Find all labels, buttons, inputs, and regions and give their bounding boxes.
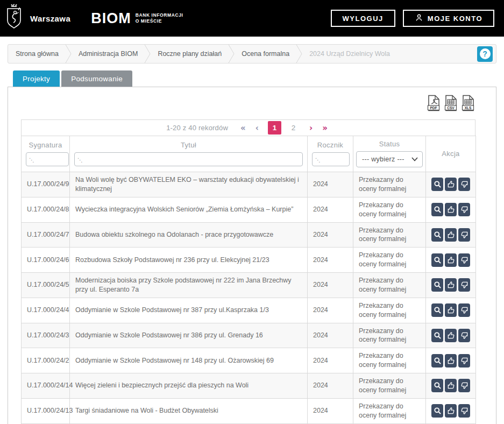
view-button[interactable] [431,228,443,242]
table-row: U.17.000/24/4 Oddymianie w Szkole Podsta… [22,298,476,323]
rocznik-cell: 2024 [308,323,353,348]
approve-button[interactable] [445,303,457,317]
reject-button[interactable] [458,203,470,216]
svg-text:XLS: XLS [465,106,472,110]
first-page-button[interactable]: « [238,123,249,133]
main-content: Projekty Podsumowanie PDF [8,70,496,424]
breadcrumb-home[interactable]: Strona główna [16,50,59,58]
status-cell: Przekazany do oceny formalnej [353,398,426,423]
last-page-button[interactable]: » [320,123,330,133]
rocznik-cell: 2024 [308,248,353,273]
svg-text:PDF: PDF [430,106,437,110]
view-button[interactable] [431,203,443,216]
projects-card: PDF CSV [8,87,496,424]
sygnatura-cell: U.17.000/24/3 [22,323,70,348]
reject-button[interactable] [458,379,470,392]
view-button[interactable] [431,303,443,317]
akcja-cell [426,248,476,273]
tytul-filter-input[interactable] [74,152,303,166]
approve-button[interactable] [445,178,457,191]
akcja-cell [426,273,476,298]
table-row: U.17.000/24/13 Targi śniadaniowe na Woli… [22,398,476,423]
table-row: U.17.000/24/2 Oddymianie w Szkole Podsta… [22,348,476,373]
thumbs-down-icon [460,256,468,264]
reject-button[interactable] [458,278,470,292]
reject-button[interactable] [458,303,470,317]
view-button[interactable] [431,379,443,392]
rocznik-cell: 2024 [308,222,353,248]
magnifier-icon [434,180,442,188]
next-page-button[interactable]: › [307,123,315,133]
rocznik-cell: 2024 [308,298,353,323]
approve-button[interactable] [445,253,457,267]
approve-button[interactable] [445,329,457,342]
breadcrumb-administracja[interactable]: Administracja BIOM [79,50,138,58]
biom-logo: BIOM BANK INFORMACJI O MIEŚCIE [91,10,183,27]
tytul-cell: Oddymianie w Szkole Podstawowej nr 386 p… [70,323,308,348]
breadcrumb-ocena-formalna[interactable]: Ocena formalna [242,50,289,58]
export-xls-button[interactable]: XLS [461,95,475,113]
thumbs-up-icon [447,256,455,264]
column-header-rocznik: Rocznik ⋱ [308,136,353,172]
view-button[interactable] [431,354,443,368]
header-actions: WYLOGUJ MOJE KONTO [331,10,494,27]
help-button[interactable]: ? [477,46,493,62]
export-csv-button[interactable]: CSV [444,95,458,113]
approve-button[interactable] [445,379,457,392]
page-button-2[interactable]: 2 [287,121,300,135]
table-row: U.17.000/24/8 Wycieczka integracyjna Wol… [22,197,476,222]
tab-bar: Projekty Podsumowanie [8,70,496,87]
tab-podsumowanie[interactable]: Podsumowanie [61,70,132,87]
status-cell: Przekazany do oceny formalnej [353,348,426,373]
thumbs-up-icon [447,206,455,214]
view-button[interactable] [431,278,443,292]
table-row: U.17.000/24/3 Oddymianie w Szkole Podsta… [22,323,476,348]
rocznik-cell: 2024 [308,398,353,423]
thumbs-up-icon [447,180,455,188]
my-account-button[interactable]: MOJE KONTO [403,10,494,27]
chevron-down-icon [411,156,418,163]
approve-button[interactable] [445,203,457,216]
rocznik-filter-input[interactable] [312,152,350,166]
page-button-1[interactable]: 1 [268,121,281,135]
thumbs-up-icon [447,407,455,415]
reject-button[interactable] [458,178,470,191]
export-buttons: PDF CSV [21,95,475,113]
approve-button[interactable] [445,228,457,242]
breadcrumb-roczne-plany[interactable]: Roczne plany działań [158,50,222,58]
reject-button[interactable] [458,329,470,342]
tytul-cell: Modernizacja boiska przy Szkole podstawo… [70,273,308,298]
status-filter-select[interactable]: --- wybierz --- [356,151,423,167]
magnifier-icon [434,381,442,390]
approve-button[interactable] [445,278,457,292]
tytul-cell: Budowa obiektu szkolnego na Odolanach - … [70,222,308,248]
view-button[interactable] [431,404,443,418]
approve-button[interactable] [445,404,457,418]
thumbs-down-icon [460,331,468,340]
export-pdf-button[interactable]: PDF [427,95,441,113]
sygnatura-cell: U.17.000/24/13 [22,398,70,423]
view-button[interactable] [431,178,443,191]
view-button[interactable] [431,253,443,267]
reject-button[interactable] [458,354,470,368]
reject-button[interactable] [458,404,470,418]
tab-projekty[interactable]: Projekty [13,70,60,87]
reject-button[interactable] [458,228,470,242]
table-row: U.17.000/24/6 Rozbudowa Szkoły Podstawow… [22,248,476,273]
rocznik-cell: 2024 [308,348,353,373]
rocznik-cell: 2024 [308,373,353,399]
akcja-cell [426,197,476,222]
sygnatura-filter-input[interactable] [26,152,69,166]
sygnatura-cell: U.17.000/24/6 [22,248,70,273]
sygnatura-cell: U.17.000/24/14 [22,373,70,399]
reject-button[interactable] [458,253,470,267]
magnifier-icon [434,231,442,239]
akcja-cell [426,222,476,248]
rocznik-cell: 2024 [308,197,353,222]
logout-button[interactable]: WYLOGUJ [331,10,395,27]
column-header-tytul: Tytuł ⋱ [70,136,308,172]
prev-page-button[interactable]: ‹ [253,123,261,133]
approve-button[interactable] [445,354,457,368]
view-button[interactable] [431,329,443,342]
thumbs-up-icon [447,331,455,340]
